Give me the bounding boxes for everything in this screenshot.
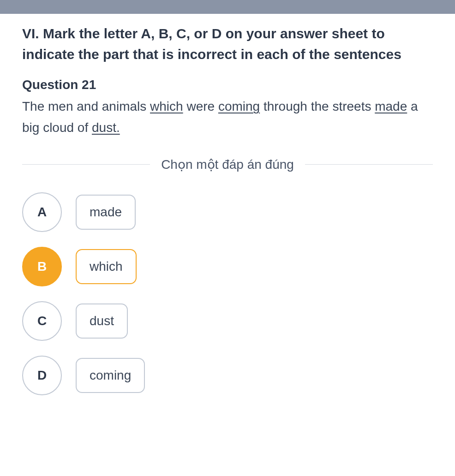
question-underlined-made: made [375, 99, 407, 113]
option-row-d: D coming [22, 356, 433, 395]
option-box-a[interactable]: made [76, 195, 136, 230]
options-list: A made B which C dust D coming [22, 192, 433, 395]
question-underlined-which: which [150, 99, 183, 113]
option-circle-d[interactable]: D [22, 356, 62, 395]
option-box-b[interactable]: which [76, 249, 137, 284]
question-label: Question 21 [22, 77, 433, 92]
question-part3: through the streets [260, 99, 375, 113]
section-title: VI. Mark the letter A, B, C, or D on you… [22, 23, 433, 65]
question-underlined-coming: coming [218, 99, 260, 113]
option-box-d[interactable]: coming [76, 358, 145, 393]
question-text: The men and animals which were coming th… [22, 96, 433, 138]
content-area: VI. Mark the letter A, B, C, or D on you… [0, 14, 455, 405]
top-bar [0, 0, 455, 14]
divider-text: Chọn một đáp án đúng [150, 157, 305, 172]
question-underlined-dust: dust. [92, 120, 120, 135]
question-part1: The men and animals [22, 99, 150, 113]
divider-line-right [305, 164, 433, 165]
option-row-a: A made [22, 192, 433, 232]
option-row-b: B which [22, 247, 433, 286]
question-part2: were [183, 99, 218, 113]
option-box-c[interactable]: dust [76, 303, 128, 339]
divider-line-left [22, 164, 150, 165]
divider-row: Chọn một đáp án đúng [22, 157, 433, 172]
option-circle-c[interactable]: C [22, 301, 62, 341]
option-circle-b[interactable]: B [22, 247, 62, 286]
option-row-c: C dust [22, 301, 433, 341]
option-circle-a[interactable]: A [22, 192, 62, 232]
